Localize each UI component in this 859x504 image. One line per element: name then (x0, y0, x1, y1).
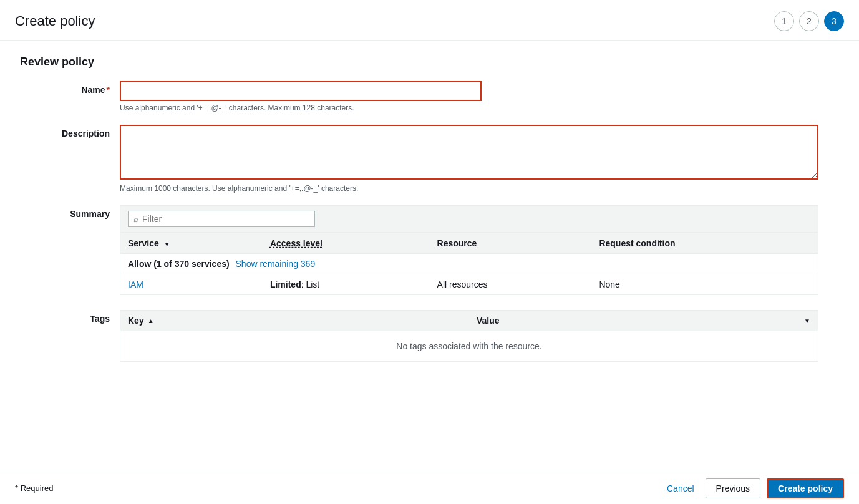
step-3[interactable]: 3 (824, 11, 844, 31)
key-sort-up-icon: ▲ (148, 317, 154, 324)
page-title: Create policy (15, 13, 95, 29)
col-key[interactable]: Key ▲ (120, 311, 470, 331)
step-indicators: 1 2 3 (774, 11, 844, 31)
tags-empty-row: No tags associated with the resource. (120, 331, 818, 362)
page-container: Create policy 1 2 3 Review policy Name U… (0, 0, 859, 504)
name-input[interactable] (120, 81, 482, 101)
filter-input[interactable] (142, 214, 309, 224)
summary-label: Summary (20, 205, 120, 219)
allow-cell: Allow (1 of 370 services) Show remaining… (120, 254, 818, 274)
filter-bar: ⌕ (120, 205, 818, 233)
name-field-container: Use alphanumeric and '+=,.@-_' character… (120, 81, 839, 112)
col-value[interactable]: Value ▼ (469, 311, 818, 331)
name-hint: Use alphanumeric and '+=,.@-_' character… (120, 104, 839, 112)
tags-label: Tags (20, 310, 120, 324)
footer: * Required Cancel Previous Create policy (0, 472, 859, 504)
description-hint: Maximum 1000 characters. Use alphanumeri… (120, 184, 839, 193)
col-resource[interactable]: Resource (430, 233, 592, 254)
cancel-button[interactable]: Cancel (662, 478, 699, 498)
filter-input-wrapper: ⌕ (128, 211, 315, 227)
search-icon: ⌕ (133, 214, 138, 224)
table-row: IAM Limited: List All resources None (120, 274, 818, 295)
iam-link[interactable]: IAM (128, 279, 143, 289)
cell-access-level: Limited: List (263, 274, 430, 295)
description-label: Description (20, 125, 120, 138)
footer-actions: Cancel Previous Create policy (662, 478, 844, 498)
header: Create policy 1 2 3 (0, 0, 859, 41)
cell-resource: All resources (430, 274, 592, 295)
required-note: * Required (15, 483, 53, 493)
service-sort-icon (162, 238, 170, 248)
name-row: Name Use alphanumeric and '+=,.@-_' char… (20, 81, 839, 112)
col-service[interactable]: Service (120, 233, 263, 254)
tags-table-header: Key ▲ Value ▼ (120, 311, 818, 331)
show-remaining-link[interactable]: Show remaining 369 (236, 259, 316, 269)
tags-row: Tags Key ▲ (20, 310, 839, 362)
step-2[interactable]: 2 (799, 11, 819, 31)
section-title: Review policy (20, 56, 839, 69)
allow-text: Allow (1 of 370 services) (128, 259, 230, 269)
description-field-container: Maximum 1000 characters. Use alphanumeri… (120, 125, 839, 193)
summary-table-header: Service Access level Resource (120, 233, 818, 254)
cell-request-condition: None (591, 274, 818, 295)
step-1[interactable]: 1 (774, 11, 794, 31)
cell-service: IAM (120, 274, 263, 295)
previous-button[interactable]: Previous (706, 478, 760, 498)
col-request-condition[interactable]: Request condition (591, 233, 818, 254)
create-policy-button[interactable]: Create policy (767, 478, 844, 498)
access-level-detail: : List (301, 279, 320, 289)
value-sort-down-icon: ▼ (804, 317, 810, 324)
description-row: Description Maximum 1000 characters. Use… (20, 125, 839, 193)
summary-container: ⌕ Service (120, 205, 818, 295)
col-access-level[interactable]: Access level (263, 233, 430, 254)
allow-row: Allow (1 of 370 services) Show remaining… (120, 254, 818, 274)
content-area: Review policy Name Use alphanumeric and … (0, 41, 859, 389)
tags-empty-message: No tags associated with the resource. (120, 331, 818, 362)
name-label: Name (20, 81, 120, 95)
tags-table: Key ▲ Value ▼ (120, 310, 818, 362)
summary-row: Summary ⌕ Service (20, 205, 839, 295)
summary-table: Service Access level Resource (120, 233, 818, 295)
tags-container: Key ▲ Value ▼ (120, 310, 818, 362)
access-level-bold: Limited (270, 279, 301, 289)
description-input[interactable] (120, 125, 818, 180)
